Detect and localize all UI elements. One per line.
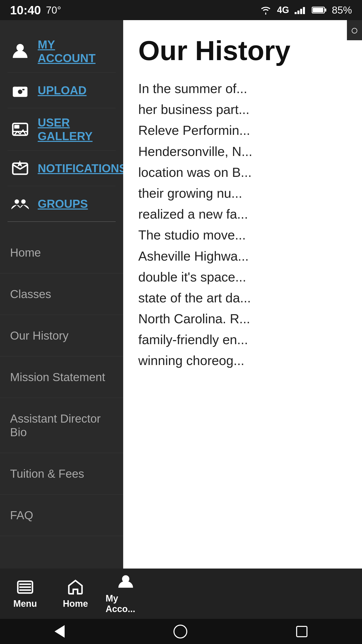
- nav-item-upload[interactable]: UPLOAD: [8, 73, 116, 108]
- sidebar-item-home[interactable]: Home: [0, 232, 123, 273]
- sidebar-item-classes[interactable]: Classes: [0, 273, 123, 315]
- android-home-button[interactable]: [173, 625, 187, 638]
- person-icon: [10, 41, 30, 61]
- svg-rect-12: [14, 125, 19, 129]
- svg-rect-6: [313, 8, 323, 12]
- sidebar-item-assistant-director-bio[interactable]: Assistant Director Bio: [0, 398, 123, 453]
- signal-icon: [294, 5, 307, 15]
- bottom-nav: Menu Home My Acco...: [0, 569, 362, 619]
- notification-icon: [10, 158, 30, 178]
- bottom-nav-home-label: Home: [63, 598, 88, 609]
- sidebar-item-mission-statement[interactable]: Mission Statement: [0, 356, 123, 398]
- svg-rect-2: [300, 9, 302, 14]
- sidebar-item-our-history[interactable]: Our History: [0, 315, 123, 356]
- nav-label-my-account: MY ACCOUNT: [38, 38, 113, 65]
- groups-icon: [10, 194, 30, 214]
- svg-rect-5: [325, 9, 326, 12]
- sidebar-menu: Home Classes Our History Mission Stateme…: [0, 232, 123, 536]
- content-title: Our History: [138, 35, 349, 66]
- svg-point-16: [15, 199, 19, 204]
- bottom-nav-menu[interactable]: Menu: [0, 573, 50, 614]
- svg-point-9: [18, 90, 22, 94]
- top-right-button[interactable]: ○: [347, 20, 362, 40]
- svg-rect-0: [295, 12, 297, 14]
- svg-rect-1: [297, 11, 299, 14]
- sidebar-nav-top: MY ACCOUNT UPLOAD: [0, 20, 123, 232]
- android-nav: [0, 619, 362, 644]
- sidebar-item-faq[interactable]: FAQ: [0, 495, 123, 536]
- android-back-button[interactable]: [55, 625, 65, 638]
- status-time: 10:40: [10, 3, 41, 17]
- bottom-nav-home[interactable]: Home: [50, 573, 101, 614]
- status-bar: 10:40 70° 4G 85%: [0, 0, 362, 20]
- nav-item-user-gallery[interactable]: USER GALLERY: [8, 108, 116, 151]
- temperature: 70°: [46, 5, 61, 16]
- nav-label-upload: UPLOAD: [38, 84, 86, 97]
- svg-point-7: [16, 44, 24, 51]
- sidebar-item-tuition-fees[interactable]: Tuition & Fees: [0, 453, 123, 495]
- menu-icon: [16, 578, 34, 596]
- camera-icon: [10, 80, 30, 100]
- nav-label-notifications: NOTIFICATIONS: [38, 162, 123, 175]
- bottom-nav-account-label: My Acco...: [106, 593, 146, 614]
- sidebar: MY ACCOUNT UPLOAD: [0, 20, 123, 589]
- svg-rect-3: [303, 7, 305, 14]
- nav-label-user-gallery: USER GALLERY: [38, 116, 113, 143]
- svg-point-17: [21, 199, 26, 204]
- battery-icon: [312, 6, 327, 14]
- top-right-icon: ○: [351, 23, 358, 37]
- bottom-nav-my-account[interactable]: My Acco...: [101, 568, 151, 619]
- home-icon: [67, 578, 84, 596]
- gallery-icon: [10, 119, 30, 139]
- account-icon: [117, 573, 134, 591]
- network-type: 4G: [277, 5, 289, 15]
- wifi-icon: [259, 5, 272, 15]
- battery-percent: 85%: [332, 5, 352, 16]
- nav-label-groups: GROUPS: [38, 197, 88, 211]
- nav-item-notifications[interactable]: NOTIFICATIONS: [8, 151, 116, 186]
- android-recent-button[interactable]: [296, 626, 307, 637]
- content-area: Our History In the summer of... her busi…: [123, 20, 362, 589]
- bottom-nav-menu-label: Menu: [13, 598, 37, 609]
- nav-item-groups[interactable]: GROUPS: [8, 186, 116, 222]
- main-layout: MY ACCOUNT UPLOAD: [0, 20, 362, 589]
- content-body: In the summer of... her business part...…: [138, 78, 349, 371]
- svg-rect-10: [22, 89, 25, 90]
- status-icons: 4G 85%: [259, 5, 352, 16]
- nav-item-my-account[interactable]: MY ACCOUNT: [8, 30, 116, 73]
